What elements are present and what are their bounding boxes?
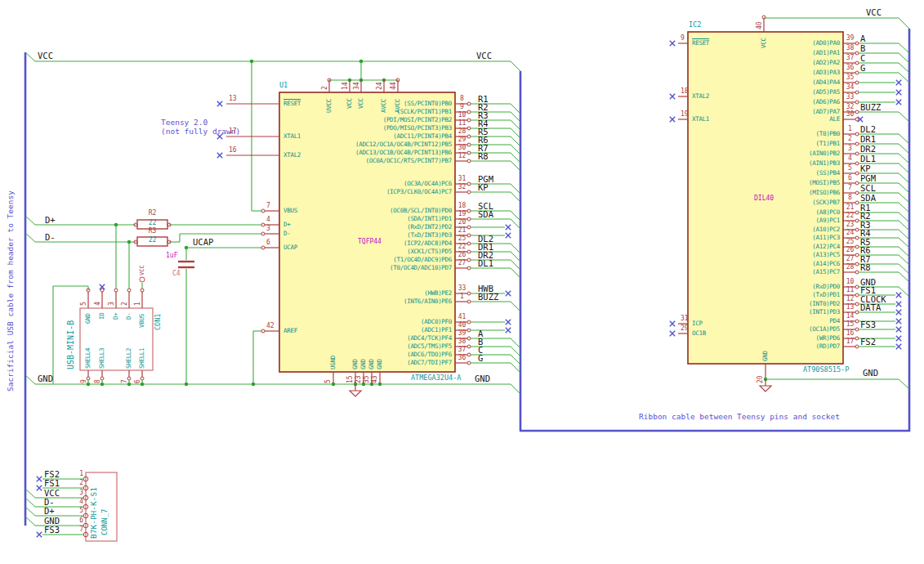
conn7-ref[interactable]: CONN_7 — [101, 508, 109, 535]
ic2-net-label-dl2[interactable]: DL2 — [860, 125, 876, 134]
u1-pin-number: 31 — [456, 176, 468, 183]
con1-pin-name: SHELL4 — [85, 348, 92, 369]
r3-ref[interactable]: R3 — [137, 228, 167, 235]
con1-pin-number: 6 — [135, 379, 142, 383]
u1-pin-name: (ADC0)PF0 — [272, 319, 452, 325]
ic2-pin-name: (AIN0)PB2 — [660, 150, 840, 157]
u1-net-label-buzz[interactable]: BUZZ — [478, 293, 498, 302]
net-label-vcc-ic2[interactable]: VCC — [866, 8, 882, 17]
u1-pin-number: 42 — [266, 323, 275, 330]
u1-net-label-g[interactable]: G — [478, 354, 483, 363]
u1-net-label-kp[interactable]: KP — [478, 183, 489, 192]
ic2-pin-number: 22 — [844, 213, 856, 220]
u1-pin-name: (PDI/MOSI/PCINT2)PB2 — [272, 117, 452, 123]
ic2-net-label-r8[interactable]: R8 — [860, 263, 871, 272]
c4-ref[interactable]: C4 — [172, 271, 181, 278]
ic2-pin-number: 27 — [844, 256, 856, 263]
u1-pin-name: (SDA/INT1)PD1 — [272, 216, 452, 222]
u1-pin-number: 25 — [456, 235, 468, 243]
ic2-net-label-data[interactable]: DATA — [860, 303, 881, 312]
ic2-pin-number: 7 — [844, 185, 856, 192]
ic2-net-label-kp[interactable]: KP — [860, 164, 871, 173]
u1-pin-name: AREF — [283, 328, 297, 334]
u1-pin-number: 1 — [456, 293, 468, 301]
net-label-dplus[interactable]: D+ — [45, 216, 56, 225]
ic2-pin-number: 35 — [844, 74, 856, 82]
u1-pin-number: 29 — [456, 137, 468, 144]
ic2-pin-number: 23 — [844, 222, 856, 229]
u1-pin-number: 4 — [266, 217, 270, 224]
ic2-pin-number: 16 — [844, 330, 856, 338]
ic2-pin-number: 4 — [844, 155, 856, 163]
net-label-gnd-ic2[interactable]: GND — [863, 369, 878, 378]
ic2-ref[interactable]: IC2 — [689, 21, 701, 29]
u1-pin-number: 37 — [456, 347, 468, 354]
u1-pin-name: (RxD/INT2)PD2 — [272, 224, 452, 231]
u1-net-label-dl1[interactable]: DL1 — [478, 259, 493, 268]
ic2-net-label-fs3[interactable]: FS3 — [860, 320, 876, 329]
ic2-net-label-g[interactable]: G — [860, 64, 865, 73]
u1-pin-name: XTAL1 — [283, 133, 301, 140]
con1-ref[interactable]: CON1 — [154, 314, 162, 330]
u1-pin-number: 2 — [322, 86, 329, 90]
ic2-pin-name: (A8)PC0 — [660, 209, 840, 216]
u1-pin-name: VCC — [346, 98, 353, 109]
r2-ref[interactable]: R2 — [137, 210, 167, 217]
conn7-net-label-d+[interactable]: D+ — [44, 507, 55, 516]
ic2-pin-name: (A13)PC5 — [660, 252, 840, 258]
u1-pin-name: (XCK1/CTS)PD5 — [272, 248, 452, 255]
conn7-part: B7K-PH-K-S1 — [90, 487, 98, 539]
ic2-pin-number: 2 — [844, 136, 856, 143]
u1-net-label-sda[interactable]: SDA — [478, 210, 493, 219]
net-label-dminus[interactable]: D- — [45, 233, 56, 242]
u1-pin-number: 5 — [325, 379, 333, 383]
conn7-net-label-fs3[interactable]: FS3 — [44, 526, 60, 535]
ic2-pin-number: 40 — [757, 21, 764, 29]
ic2-pin-number: 37 — [844, 55, 856, 62]
net-label-vcc-left[interactable]: VCC — [38, 51, 53, 60]
ic2-pin-name: (AD1)PA1 — [660, 50, 840, 56]
u1-net-label-r8[interactable]: R8 — [478, 152, 489, 161]
ic2-net-label-b[interactable]: B — [860, 44, 865, 53]
ic2-pin-name: (AD3)PA3 — [660, 69, 840, 76]
con1-pin-number: 9 — [81, 379, 88, 383]
ic2-pin-number: 13 — [844, 304, 856, 311]
note-teensy-line1: Teensy 2.0 — [161, 119, 208, 127]
ic2-pin-number: 29 — [681, 325, 689, 333]
u1-pin-name: AVCC — [381, 99, 387, 113]
u1-ref[interactable]: U1 — [279, 82, 288, 89]
ic2-pin-number: 1 — [844, 126, 856, 133]
ic2-pin-name: (T0)PB0 — [660, 131, 840, 137]
ic2-part: AT90S8515-P — [803, 366, 849, 374]
ic2-net-label-dr2[interactable]: DR2 — [860, 145, 876, 154]
u1-pin-name: RESET — [283, 101, 301, 107]
net-label-vcc-right-u1[interactable]: VCC — [476, 51, 492, 60]
u1-pin-number: 26 — [456, 252, 468, 259]
ic2-pin-name: (AD6)PA6 — [660, 99, 840, 105]
u1-pin-number: 38 — [456, 338, 468, 346]
ic2-net-label-sda[interactable]: SDA — [860, 194, 876, 203]
ic2-net-label-fs2[interactable]: FS2 — [860, 338, 876, 347]
ic2-pin-name: (AIN1)PB3 — [660, 160, 840, 167]
ic2-net-label-scl[interactable]: SCL — [860, 184, 876, 193]
net-label-ucap[interactable]: UCAP — [193, 238, 213, 247]
u1-pin-name: (ADC12/OC1A/OC4B/PCINT12)PB5 — [272, 141, 452, 148]
ic2-net-label-c[interactable]: C — [860, 54, 865, 63]
ic2-pin-number: 28 — [844, 264, 856, 271]
conn7-net-label-fs1[interactable]: FS1 — [44, 479, 60, 488]
conn7-pin-number: 5 — [74, 508, 83, 515]
u1-pin-name: D+ — [283, 222, 290, 228]
ic2-net-label-dr1[interactable]: DR1 — [860, 135, 876, 144]
ic2-net-label-pgm[interactable]: PGM — [860, 174, 876, 183]
ic2-net-label-dl1[interactable]: DL1 — [860, 154, 876, 163]
ic2-pin-name: (WR)PD6 — [660, 335, 840, 342]
net-label-gnd-left[interactable]: GND — [38, 374, 53, 383]
ic2-pin-name: ICP — [692, 320, 703, 327]
u1-pin-number: 6 — [266, 239, 270, 247]
ic2-net-label-a[interactable]: A — [860, 34, 865, 43]
ic2-net-label-buzz[interactable]: BUZZ — [860, 103, 881, 112]
net-label-gnd-right-u1[interactable]: GND — [475, 374, 490, 383]
ic2-pin-number: 5 — [844, 165, 856, 172]
conn7-pin-number: 7 — [74, 526, 83, 534]
u1-pin-name: (ICP3/CLK0/OC4A)PC7 — [272, 189, 452, 195]
